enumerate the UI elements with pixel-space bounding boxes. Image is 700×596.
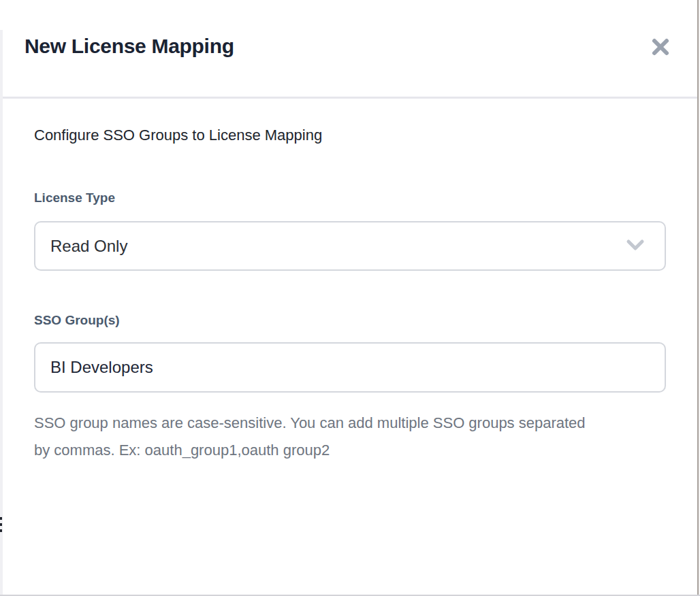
sso-groups-input[interactable]	[34, 342, 666, 393]
modal-title: New License Mapping	[25, 35, 234, 58]
chevron-down-icon	[625, 238, 646, 254]
background-list-icon-fragment	[0, 529, 2, 532]
license-type-select[interactable]: Read Only	[34, 221, 666, 271]
background-list-icon-fragment	[0, 523, 2, 526]
close-icon	[650, 37, 671, 59]
license-type-selected-value: Read Only	[50, 237, 127, 256]
screen: New License Mapping Configure SSO Groups…	[0, 0, 700, 596]
license-type-label: License Type	[34, 191, 115, 205]
sso-groups-help-text: SSO group names are case-sensitive. You …	[34, 410, 592, 464]
close-button[interactable]	[647, 34, 674, 61]
header-divider	[3, 97, 697, 99]
sso-groups-label: SSO Group(s)	[34, 313, 120, 328]
section-heading: Configure SSO Groups to License Mapping	[34, 127, 322, 144]
background-list-icon-fragment	[0, 517, 2, 520]
new-license-mapping-modal: New License Mapping Configure SSO Groups…	[3, 0, 697, 595]
